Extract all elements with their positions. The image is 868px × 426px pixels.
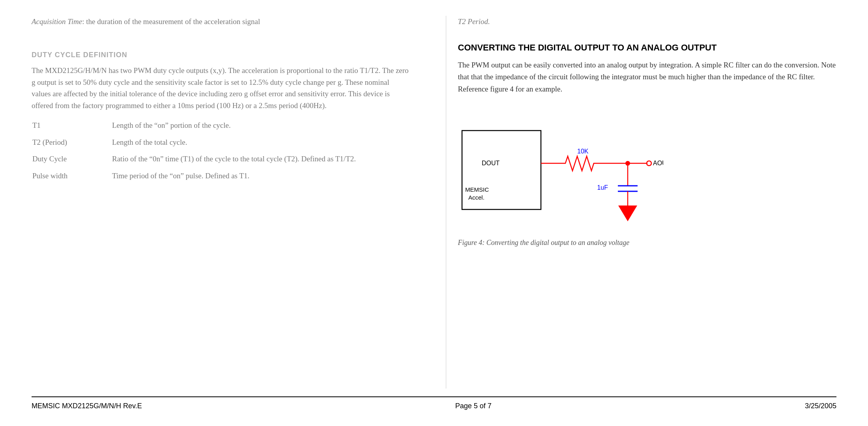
footer-center: Page 5 of 7 xyxy=(455,402,492,410)
circuit-svg: DOUT MEMSIC Accel. 10K xyxy=(458,107,663,233)
definition-row: T2 (Period)Length of the total cycle. xyxy=(32,137,410,153)
definition-table: T1Length of the “on” portion of the cycl… xyxy=(32,119,410,187)
duty-cycle-body: The MXD2125G/H/M/N has two PWM duty cycl… xyxy=(32,65,410,111)
def-desc: Length of the “on” portion of the cycle. xyxy=(112,120,410,136)
footer: MEMSIC MXD2125G/M/N/H Rev.E Page 5 of 7 … xyxy=(32,396,836,410)
footer-right: 3/25/2005 xyxy=(805,402,836,410)
right-intro: T2 Period. xyxy=(458,16,837,27)
content-columns: Acquisition Time: the duration of the me… xyxy=(32,16,836,389)
page: Acquisition Time: the duration of the me… xyxy=(0,0,868,426)
intro-paragraph: Acquisition Time: the duration of the me… xyxy=(32,16,410,27)
right-column: T2 Period. CONVERTING THE DIGITAL OUTPUT… xyxy=(446,16,837,389)
definition-row: Duty CycleRatio of the “0n” time (T1) of… xyxy=(32,153,410,170)
memsic-label: MEMSIC xyxy=(465,186,489,193)
def-term: Pulse width xyxy=(32,170,111,187)
intro-text: : the duration of the measurement of the… xyxy=(82,17,260,26)
def-term: T1 xyxy=(32,120,111,136)
def-desc: Ratio of the “0n” time (T1) of the cycle… xyxy=(112,153,410,170)
circuit-diagram-container: DOUT MEMSIC Accel. 10K xyxy=(458,107,837,247)
capacitor-label: 1uF xyxy=(597,184,608,191)
dout-label: DOUT xyxy=(482,160,500,166)
figure-caption: Figure 4: Converting the digital output … xyxy=(458,239,630,247)
definition-row: Pulse widthTime period of the “on” pulse… xyxy=(32,170,410,187)
left-column: Acquisition Time: the duration of the me… xyxy=(32,16,422,389)
def-term: Duty Cycle xyxy=(32,153,111,170)
accel-label: Accel. xyxy=(468,194,485,201)
footer-left: MEMSIC MXD2125G/M/N/H Rev.E xyxy=(32,402,142,410)
intro-italic: Acquisition Time xyxy=(32,17,82,26)
aout-label: AOUT xyxy=(653,160,663,166)
svg-marker-10 xyxy=(618,206,637,221)
definition-row: T1Length of the “on” portion of the cycl… xyxy=(32,120,410,136)
right-section-header: CONVERTING THE DIGITAL OUTPUT TO AN ANAL… xyxy=(458,42,837,54)
right-body-text: The PWM output can be easily converted i… xyxy=(458,59,837,95)
duty-cycle-header: DUTY CYCLE DEFINITION xyxy=(32,51,410,59)
def-desc: Time period of the “on” pulse. Defined a… xyxy=(112,170,410,187)
resistor-label: 10K xyxy=(577,148,589,155)
def-desc: Length of the total cycle. xyxy=(112,137,410,153)
def-term: T2 (Period) xyxy=(32,137,111,153)
